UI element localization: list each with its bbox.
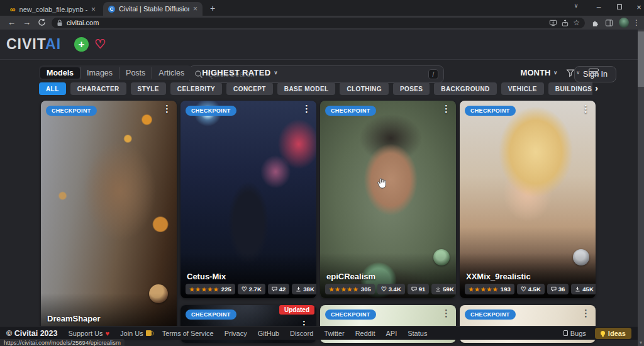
- downloads-count: 45K: [582, 286, 593, 293]
- forward-icon[interactable]: →: [23, 18, 31, 28]
- likes-pill[interactable]: ♡ 2.7K: [238, 284, 265, 294]
- rating-pill[interactable]: ★★★★★ 305: [325, 284, 375, 294]
- scrollbar-down-arrow[interactable]: ▼: [638, 340, 644, 346]
- browser-menu-icon[interactable]: ⋮: [633, 18, 640, 28]
- download-icon: [575, 286, 580, 292]
- chip-clothing[interactable]: CLOTHING: [340, 82, 388, 95]
- download-icon: [296, 286, 301, 292]
- model-card-xxmix9realistic[interactable]: CHECKPOINT ⋮ XXMix_9realistic ★★★★★ 193 …: [460, 101, 596, 298]
- heart-icon: ♥: [106, 330, 110, 337]
- create-button[interactable]: +: [74, 37, 89, 52]
- footer-link-support-us[interactable]: Support Us♥: [68, 330, 109, 337]
- chips-scroll-right-icon[interactable]: ›: [595, 82, 598, 93]
- chip-celebrity[interactable]: CELEBRITY: [170, 82, 222, 95]
- model-card-cetus-mix[interactable]: CHECKPOINT ⋮ Cetus-Mix ★★★★★ 225 ♡ 2.7K …: [180, 101, 316, 298]
- sidebar-icon[interactable]: [605, 18, 613, 30]
- new-tab-button[interactable]: +: [210, 3, 215, 13]
- footer-link-status[interactable]: Status: [408, 330, 427, 337]
- footer-link-reddit[interactable]: Reddit: [355, 330, 375, 337]
- tab-posts[interactable]: Posts: [119, 67, 152, 79]
- chip-poses[interactable]: POSES: [393, 82, 430, 95]
- footer-link-join-us[interactable]: Join Us: [120, 330, 152, 337]
- back-icon[interactable]: ←: [8, 18, 16, 28]
- layout-toggle-icon[interactable]: [589, 69, 599, 77]
- category-chips: ALL CHARACTER STYLE CELEBRITY CONCEPT BA…: [39, 82, 592, 96]
- model-card-dreamshaper[interactable]: CHECKPOINT ⋮ DreamShaper: [41, 101, 177, 338]
- window-close-button[interactable]: ×: [634, 3, 644, 12]
- extensions-icon[interactable]: [591, 18, 599, 30]
- chevron-down-icon: ∨: [553, 70, 557, 75]
- content-type-tabs: Models Images Posts Articles: [39, 65, 192, 80]
- chip-all[interactable]: ALL: [39, 82, 66, 95]
- tab-search-chevron-icon[interactable]: ∨: [571, 3, 581, 9]
- chip-style[interactable]: STYLE: [131, 82, 166, 95]
- filter-dropdown[interactable]: ∨: [566, 69, 580, 77]
- more-icon[interactable]: ⋮: [581, 103, 591, 114]
- tab-images[interactable]: Images: [80, 67, 119, 79]
- likes-pill[interactable]: ♡ 4.5K: [517, 284, 545, 294]
- comments-pill[interactable]: 36: [547, 284, 569, 294]
- chip-background[interactable]: BACKGROUND: [434, 82, 496, 95]
- site-header: CIVITAI + ♡ / Sign In: [0, 30, 638, 60]
- window-minimize-button[interactable]: –: [594, 3, 604, 11]
- comments-pill[interactable]: 42: [268, 284, 290, 294]
- chip-character[interactable]: CHARACTER: [70, 82, 126, 95]
- likes-count: 4.5K: [528, 286, 541, 293]
- tab-articles[interactable]: Articles: [152, 67, 191, 79]
- downloads-pill[interactable]: 38K: [292, 284, 316, 294]
- chevron-down-icon: ∨: [576, 70, 580, 75]
- window-maximize-button[interactable]: [614, 3, 625, 11]
- more-icon[interactable]: ⋮: [162, 103, 172, 114]
- ideas-button[interactable]: Ideas: [595, 328, 631, 339]
- comment-icon: [551, 286, 557, 292]
- tab-close-icon[interactable]: ×: [193, 4, 197, 13]
- model-type-badge: CHECKPOINT: [186, 310, 236, 320]
- footer-link-github[interactable]: GitHub: [258, 330, 279, 337]
- comments-count: 42: [279, 286, 286, 293]
- beer-mug-icon: [146, 330, 152, 336]
- footer-link-terms[interactable]: Terms of Service: [162, 330, 214, 337]
- chip-vehicle[interactable]: VEHICLE: [501, 82, 544, 95]
- footer-link-discord[interactable]: Discord: [290, 330, 313, 337]
- chip-base-model[interactable]: BASE MODEL: [277, 82, 336, 95]
- address-bar[interactable]: civitai.com ☆: [52, 18, 585, 28]
- more-icon[interactable]: ⋮: [302, 103, 311, 114]
- comments-pill[interactable]: 91: [408, 284, 430, 294]
- share-icon[interactable]: [561, 19, 569, 27]
- reload-icon[interactable]: [38, 18, 46, 29]
- footer-link-privacy[interactable]: Privacy: [225, 330, 247, 337]
- tab-models[interactable]: Models: [40, 67, 80, 79]
- browser-tab-bar: ∞ new_colab_file.ipynb - Colabora × C Ci…: [0, 0, 644, 16]
- footer-link-api[interactable]: API: [386, 330, 397, 337]
- scrollbar-thumb[interactable]: [638, 31, 644, 87]
- tab-close-icon[interactable]: ×: [91, 5, 96, 14]
- url-text: civitai.com: [67, 19, 545, 26]
- bugs-button[interactable]: Bugs: [564, 330, 586, 337]
- likes-pill[interactable]: ♡ 3.4K: [377, 284, 405, 294]
- heart-icon: ♡: [521, 286, 526, 293]
- rating-pill[interactable]: ★★★★★ 225: [186, 284, 235, 294]
- bookmark-star-icon[interactable]: ☆: [573, 18, 580, 27]
- rating-pill[interactable]: ★★★★★ 193: [465, 284, 514, 294]
- tab-colab[interactable]: ∞ new_colab_file.ipynb - Colabora ×: [5, 3, 101, 16]
- chip-buildings[interactable]: BUILDINGS: [548, 82, 592, 95]
- send-to-device-icon[interactable]: [549, 19, 557, 27]
- model-card-epicrealism[interactable]: CHECKPOINT ⋮ epiCRealism ★★★★★ 305 ♡ 3.4…: [320, 101, 456, 298]
- period-dropdown[interactable]: MONTH ∨: [521, 68, 558, 77]
- support-heart-icon[interactable]: ♡: [94, 36, 106, 52]
- more-icon[interactable]: ⋮: [441, 103, 451, 114]
- more-icon[interactable]: ⋮: [581, 308, 591, 319]
- page-scrollbar[interactable]: ▼: [638, 30, 644, 346]
- downloads-pill[interactable]: 59K: [431, 284, 456, 294]
- card-stats: ★★★★★ 225 ♡ 2.7K 42 38K: [186, 284, 311, 294]
- chip-concept[interactable]: CONCEPT: [226, 82, 273, 95]
- browser-profile-avatar[interactable]: [619, 18, 629, 28]
- civitai-logo[interactable]: CIVITAI: [6, 36, 61, 53]
- comment-icon: [272, 286, 277, 292]
- model-title: DreamShaper: [47, 314, 101, 323]
- sort-dropdown[interactable]: HIGHEST RATED ∨: [202, 68, 277, 77]
- footer-link-twitter[interactable]: Twitter: [324, 330, 344, 337]
- more-icon[interactable]: ⋮: [441, 308, 451, 319]
- tab-civitai[interactable]: C Civitai | Stable Diffusion models, ×: [103, 2, 203, 16]
- downloads-pill[interactable]: 45K: [571, 284, 596, 294]
